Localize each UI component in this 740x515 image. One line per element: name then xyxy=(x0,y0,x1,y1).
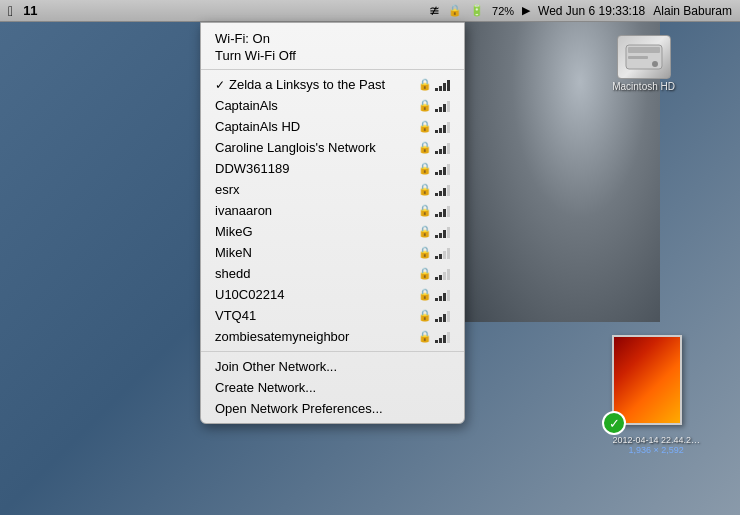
wifi-menu-divider-bottom xyxy=(201,351,464,352)
svg-point-2 xyxy=(652,61,658,67)
network-name-7: MikeN xyxy=(215,245,418,260)
network-name-1: CaptainAls HD xyxy=(215,119,418,134)
network-icons: 🔒 xyxy=(418,225,450,238)
menubar-right: ≇ 🔒 🔋 72% ▶ Wed Jun 6 19:33:18 Alain Bab… xyxy=(429,3,732,18)
signal-bars xyxy=(435,142,450,154)
wifi-network-10[interactable]: VTQ41🔒 xyxy=(201,305,464,326)
signal-bars xyxy=(435,247,450,259)
signal-bars xyxy=(435,226,450,238)
wifi-network-8[interactable]: shedd🔒 xyxy=(201,263,464,284)
network-icons: 🔒 xyxy=(418,141,450,154)
network-name-4: esrx xyxy=(215,182,418,197)
wifi-network-7[interactable]: MikeN🔒 xyxy=(201,242,464,263)
signal-bars xyxy=(435,79,450,91)
hd-drive-icon xyxy=(617,35,671,79)
hd-svg xyxy=(625,42,663,72)
open-network-preferences[interactable]: Open Network Preferences... xyxy=(201,398,464,419)
wifi-network-1[interactable]: CaptainAls HD🔒 xyxy=(201,116,464,137)
thumbnail-image: ✓ xyxy=(612,335,682,425)
selected-checkmark: ✓ xyxy=(215,78,225,92)
lock-icon: 🔒 xyxy=(448,4,462,17)
wifi-network-6[interactable]: MikeG🔒 xyxy=(201,221,464,242)
lock-icon: 🔒 xyxy=(418,162,432,175)
wifi-toggle-button[interactable]: Turn Wi-Fi Off xyxy=(215,48,450,63)
network-icons: 🔒 xyxy=(418,183,450,196)
lock-icon: 🔒 xyxy=(418,183,432,196)
signal-bars xyxy=(435,310,450,322)
network-name-5: ivanaaron xyxy=(215,203,418,218)
lock-icon: 🔒 xyxy=(418,225,432,238)
svg-rect-3 xyxy=(628,56,648,59)
signal-bars xyxy=(435,289,450,301)
battery-percent: 72% xyxy=(492,5,514,17)
wifi-network-5[interactable]: ivanaaron🔒 xyxy=(201,200,464,221)
wifi-dropdown-menu: Wi-Fi: On Turn Wi-Fi Off ✓ Zelda a Links… xyxy=(200,22,465,424)
menubar-left:  11 xyxy=(8,3,38,19)
network-icons: 🔒 xyxy=(418,309,450,322)
lock-icon: 🔒 xyxy=(418,288,432,301)
username: Alain Baburam xyxy=(653,4,732,18)
lock-icon: 🔒 xyxy=(418,78,432,91)
network-icons: 🔒 xyxy=(418,246,450,259)
lock-icon: 🔒 xyxy=(418,204,432,217)
signal-bars xyxy=(435,331,450,343)
volume-icon[interactable]: ▶ xyxy=(522,4,530,17)
wifi-icon[interactable]: ≇ xyxy=(429,3,440,18)
wifi-security-signal: 🔒 xyxy=(418,78,450,91)
join-other-network[interactable]: Join Other Network... xyxy=(201,356,464,377)
network-icons: 🔒 xyxy=(418,267,450,280)
thumbnail-container[interactable]: ✓ 2012-04-14 22.44.2… 1,936 × 2,592 xyxy=(612,335,700,455)
signal-bars xyxy=(435,100,450,112)
network-name-2: Caroline Langlois's Network xyxy=(215,140,418,155)
menubar:  11 ≇ 🔒 🔋 72% ▶ Wed Jun 6 19:33:18 Alai… xyxy=(0,0,740,22)
network-icons: 🔒 xyxy=(418,162,450,175)
wifi-status-label: Wi-Fi: On xyxy=(215,31,450,46)
network-name-10: VTQ41 xyxy=(215,308,418,323)
apple-menu[interactable]:  xyxy=(8,3,13,19)
wifi-network-11[interactable]: zombiesatemyneighbor🔒 xyxy=(201,326,464,347)
wifi-network-3[interactable]: DDW361189🔒 xyxy=(201,158,464,179)
hd-label: Macintosh HD xyxy=(612,81,675,92)
signal-bars xyxy=(435,268,450,280)
wifi-network-0[interactable]: CaptainAls🔒 xyxy=(201,95,464,116)
datetime: Wed Jun 6 19:33:18 xyxy=(538,4,645,18)
wifi-network-zelda[interactable]: ✓ Zelda a Linksys to the Past 🔒 xyxy=(201,74,464,95)
network-name-0: CaptainAls xyxy=(215,98,418,113)
signal-bars xyxy=(435,184,450,196)
signal-bars xyxy=(435,205,450,217)
lock-icon: 🔒 xyxy=(418,309,432,322)
lock-icon: 🔒 xyxy=(418,99,432,112)
network-name-6: MikeG xyxy=(215,224,418,239)
lock-icon: 🔒 xyxy=(418,330,432,343)
thumb-filename: 2012-04-14 22.44.2… xyxy=(612,435,700,445)
network-icons: 🔒 xyxy=(418,330,450,343)
lock-icon: 🔒 xyxy=(418,141,432,154)
wifi-menu-header: Wi-Fi: On Turn Wi-Fi Off xyxy=(201,27,464,70)
thumb-bg xyxy=(614,337,680,423)
wifi-network-4[interactable]: esrx🔒 xyxy=(201,179,464,200)
lock-icon: 🔒 xyxy=(418,267,432,280)
svg-rect-1 xyxy=(628,47,660,53)
lock-icon: 🔒 xyxy=(418,120,432,133)
thumb-size: 1,936 × 2,592 xyxy=(612,445,700,455)
create-network[interactable]: Create Network... xyxy=(201,377,464,398)
network-icons: 🔒 xyxy=(418,288,450,301)
network-icons: 🔒 xyxy=(418,204,450,217)
selected-check: ✓ xyxy=(602,411,626,435)
battery-icon: 🔋 xyxy=(470,4,484,17)
network-name-9: U10C02214 xyxy=(215,287,418,302)
network-name-8: shedd xyxy=(215,266,418,281)
app-name[interactable]: 11 xyxy=(23,3,37,18)
signal-bars xyxy=(435,121,450,133)
hd-icon-container[interactable]: Macintosh HD xyxy=(612,35,675,92)
network-name-3: DDW361189 xyxy=(215,161,418,176)
network-icons: 🔒 xyxy=(418,120,450,133)
network-icons: 🔒 xyxy=(418,99,450,112)
wifi-network-2[interactable]: Caroline Langlois's Network🔒 xyxy=(201,137,464,158)
lock-icon: 🔒 xyxy=(418,246,432,259)
signal-bars xyxy=(435,163,450,175)
thumb-labels: 2012-04-14 22.44.2… 1,936 × 2,592 xyxy=(612,435,700,455)
network-name-zelda: Zelda a Linksys to the Past xyxy=(229,77,418,92)
wifi-network-9[interactable]: U10C02214🔒 xyxy=(201,284,464,305)
network-name-11: zombiesatemyneighbor xyxy=(215,329,418,344)
